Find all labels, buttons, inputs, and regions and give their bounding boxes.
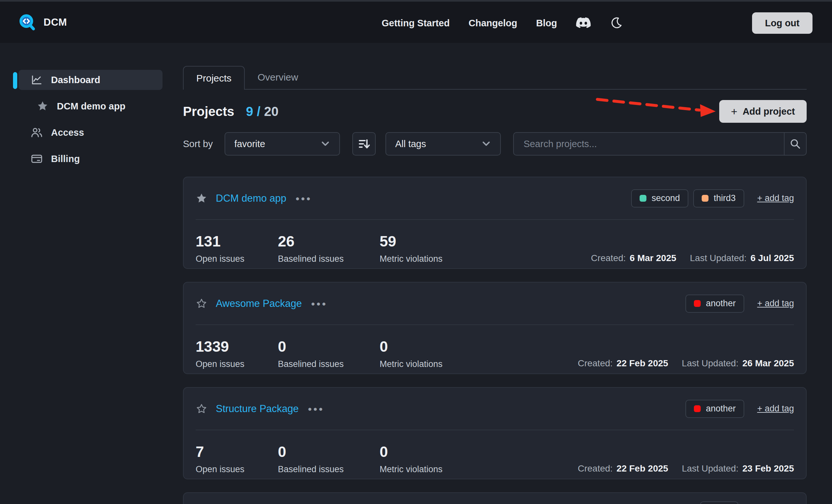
filter-row: Sort by favorite All tags (183, 132, 807, 156)
project-title-link[interactable]: Structure Package (216, 403, 299, 415)
search-input[interactable] (514, 133, 784, 155)
chart-line-icon (31, 74, 43, 86)
created-date: Created: 22 Feb 2025 (578, 464, 668, 474)
tab-projects[interactable]: Projects (183, 66, 245, 90)
created-label: Created: (591, 253, 626, 263)
stat-label: Baselined issues (278, 465, 380, 474)
created-date: Created: 6 Mar 2025 (591, 253, 676, 263)
project-count-separator: / (257, 104, 260, 118)
created-value: 22 Feb 2025 (617, 358, 668, 369)
updated-value: 6 Jul 2025 (750, 253, 794, 263)
updated-label: Last Updated: (682, 358, 738, 369)
add-tag-link[interactable]: + add tag (757, 299, 794, 308)
add-project-button[interactable]: + Add project (719, 100, 807, 123)
stat-metric-violations: 59 Metric violations (380, 233, 443, 264)
sort-by-label: Sort by (183, 139, 213, 149)
tag-pill[interactable]: second (631, 189, 688, 207)
sidebar-item-dcm-demo-app[interactable]: DCM demo app (19, 96, 162, 116)
stat-open-issues: 131 Open issues (196, 233, 278, 264)
nav-link-blog[interactable]: Blog (536, 18, 557, 29)
add-tag-link[interactable]: + add tag (757, 193, 794, 203)
brand[interactable]: DCM (18, 13, 67, 31)
stat-baselined-issues: 0 Baselined issues (278, 444, 380, 474)
project-card-body: 131 Open issues 26 Baselined issues 59 M… (184, 220, 806, 264)
sidebar-item-access[interactable]: Access (19, 122, 162, 143)
tab-overview[interactable]: Overview (245, 65, 311, 89)
stat-label: Open issues (196, 359, 278, 369)
project-card: Awesome Package ●●● another + add tag 13… (183, 282, 807, 374)
more-options-icon[interactable]: ●●● (311, 300, 327, 307)
tag-zone: another + add tag (685, 295, 794, 313)
tag-pill[interactable] (700, 501, 738, 504)
project-card: DCM demo app ●●● second third3 + add tag… (183, 177, 807, 269)
search-button[interactable] (784, 133, 806, 155)
project-card-header: Awesome Package ●●● another + add tag (184, 282, 806, 325)
discord-icon[interactable] (576, 17, 591, 29)
users-icon (31, 127, 43, 138)
project-title-link[interactable]: DCM demo app (216, 193, 286, 204)
project-card-body: 1339 Open issues 0 Baselined issues 0 Me… (184, 325, 806, 369)
add-tag-link[interactable]: + add tag (757, 404, 794, 414)
sort-direction-button[interactable] (352, 132, 376, 156)
tag-pill[interactable]: another (685, 400, 744, 418)
stat-baselined-issues: 26 Baselined issues (278, 233, 380, 264)
tag-list: another (685, 295, 744, 313)
sort-select-value: favorite (234, 139, 265, 149)
brand-name: DCM (44, 17, 67, 28)
stat-metric-violations: 0 Metric violations (380, 444, 443, 474)
favorite-toggle[interactable] (196, 193, 207, 204)
favorite-toggle[interactable] (196, 403, 207, 415)
stat-value: 0 (380, 339, 443, 354)
stat-label: Baselined issues (278, 359, 380, 369)
more-options-icon[interactable]: ●●● (295, 195, 312, 202)
stat-metric-violations: 0 Metric violations (380, 339, 443, 369)
stat-value: 59 (380, 233, 443, 249)
updated-date: Last Updated: 26 Mar 2025 (682, 358, 794, 369)
stat-value: 26 (278, 233, 380, 249)
created-label: Created: (578, 358, 613, 369)
tag-pill[interactable]: another (685, 295, 744, 313)
tab-bar: Projects Overview (183, 43, 807, 90)
sidebar-item-label: Access (51, 127, 84, 138)
tag-list: another (685, 400, 744, 418)
updated-label: Last Updated: (690, 253, 747, 263)
search-icon (789, 138, 801, 150)
chevron-down-icon (320, 141, 330, 147)
search-box (513, 132, 807, 156)
top-bar: DCM Getting Started Changelog Blog Log o… (0, 0, 832, 43)
sort-select[interactable]: favorite (225, 132, 340, 156)
tag-label: third3 (714, 193, 736, 203)
stat-label: Metric violations (380, 254, 443, 264)
sidebar-item-label: DCM demo app (57, 101, 126, 112)
top-nav: Getting Started Changelog Blog (382, 2, 623, 45)
dcm-logo-icon (18, 13, 36, 31)
nav-link-getting-started[interactable]: Getting Started (382, 18, 449, 29)
stat-value: 131 (196, 233, 278, 249)
project-list: DCM demo app ●●● second third3 + add tag… (183, 177, 807, 479)
updated-value: 26 Mar 2025 (742, 358, 794, 369)
add-project-label: Add project (743, 106, 795, 117)
credit-card-icon (31, 153, 43, 165)
more-options-icon[interactable]: ●●● (308, 405, 324, 412)
tag-pill[interactable]: third3 (693, 189, 744, 207)
stat-label: Metric violations (380, 359, 443, 369)
stat-value: 0 (380, 444, 443, 459)
nav-link-changelog[interactable]: Changelog (469, 18, 517, 29)
tags-filter-select[interactable]: All tags (386, 132, 501, 156)
project-dates: Created: 22 Feb 2025 Last Updated: 26 Ma… (578, 358, 794, 369)
tag-list: second third3 (631, 189, 744, 207)
sidebar-item-label: Billing (51, 153, 80, 164)
tag-color-swatch (640, 195, 646, 202)
project-title-link[interactable]: Awesome Package (216, 298, 302, 309)
sidebar-item-billing[interactable]: Billing (19, 149, 162, 169)
logout-button[interactable]: Log out (752, 12, 812, 34)
created-value: 22 Feb 2025 (617, 464, 668, 474)
sidebar-item-dashboard[interactable]: Dashboard (19, 70, 162, 90)
created-label: Created: (578, 464, 613, 474)
stat-baselined-issues: 0 Baselined issues (278, 339, 380, 369)
stat-label: Metric violations (380, 465, 443, 474)
star-filled-icon (196, 193, 207, 204)
project-dates: Created: 22 Feb 2025 Last Updated: 23 Fe… (578, 464, 794, 474)
theme-toggle-moon-icon[interactable] (610, 17, 623, 30)
favorite-toggle[interactable] (196, 298, 207, 309)
